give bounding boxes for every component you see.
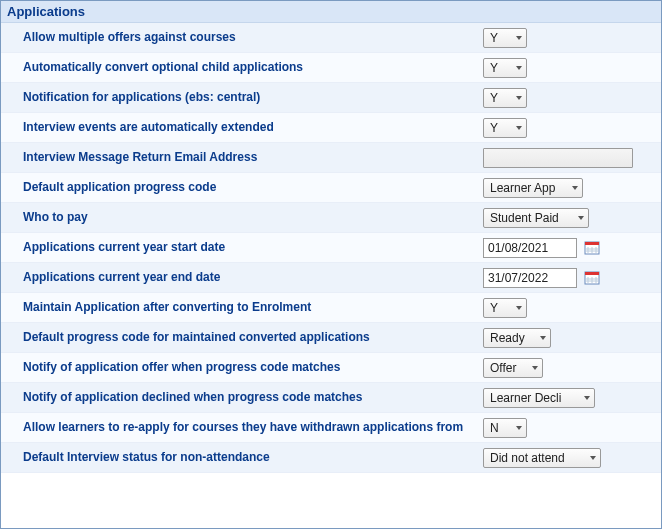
label-auto-convert-optional: Automatically convert optional child app… xyxy=(23,60,483,75)
chevron-down-icon xyxy=(516,96,522,100)
label-interview-return-email: Interview Message Return Email Address xyxy=(23,150,483,165)
panel-title: Applications xyxy=(1,1,661,23)
row-notify-declined-match: Notify of application declined when prog… xyxy=(1,383,661,413)
date-value: 01/08/2021 xyxy=(488,241,548,255)
label-year-start: Applications current year start date xyxy=(23,240,483,255)
label-allow-reapply-withdrawn: Allow learners to re-apply for courses t… xyxy=(23,420,483,435)
row-allow-multiple-offers: Allow multiple offers against courses Y xyxy=(1,23,661,53)
select-notify-declined-match[interactable]: Learner Decli xyxy=(483,388,595,408)
select-who-to-pay[interactable]: Student Paid xyxy=(483,208,589,228)
label-year-end: Applications current year end date xyxy=(23,270,483,285)
label-who-to-pay: Who to pay xyxy=(23,210,483,225)
chevron-down-icon xyxy=(532,366,538,370)
calendar-icon[interactable] xyxy=(583,269,601,287)
chevron-down-icon xyxy=(572,186,578,190)
row-interview-auto-extend: Interview events are automatically exten… xyxy=(1,113,661,143)
label-allow-multiple-offers: Allow multiple offers against courses xyxy=(23,30,483,45)
row-notify-offer-match: Notify of application offer when progres… xyxy=(1,353,661,383)
applications-panel: Applications Allow multiple offers again… xyxy=(0,0,662,529)
row-maintain-after-enrol: Maintain Application after converting to… xyxy=(1,293,661,323)
select-allow-multiple-offers[interactable]: Y xyxy=(483,28,527,48)
label-notify-offer-match: Notify of application offer when progres… xyxy=(23,360,483,375)
select-auto-convert-optional[interactable]: Y xyxy=(483,58,527,78)
chevron-down-icon xyxy=(516,426,522,430)
chevron-down-icon xyxy=(578,216,584,220)
label-notification-ebs: Notification for applications (ebs: cent… xyxy=(23,90,483,105)
select-value: Y xyxy=(490,121,498,135)
select-default-progress-code[interactable]: Learner App xyxy=(483,178,583,198)
select-value: Y xyxy=(490,301,498,315)
select-value: Did not attend xyxy=(490,451,565,465)
chevron-down-icon xyxy=(516,36,522,40)
label-default-interview-nonattend: Default Interview status for non-attenda… xyxy=(23,450,483,465)
row-notification-ebs: Notification for applications (ebs: cent… xyxy=(1,83,661,113)
row-allow-reapply-withdrawn: Allow learners to re-apply for courses t… xyxy=(1,413,661,443)
input-interview-return-email[interactable] xyxy=(483,148,633,168)
row-auto-convert-optional: Automatically convert optional child app… xyxy=(1,53,661,83)
calendar-icon[interactable] xyxy=(583,239,601,257)
label-interview-auto-extend: Interview events are automatically exten… xyxy=(23,120,483,135)
row-who-to-pay: Who to pay Student Paid xyxy=(1,203,661,233)
input-year-start[interactable]: 01/08/2021 xyxy=(483,238,577,258)
select-maintain-after-enrol[interactable]: Y xyxy=(483,298,527,318)
select-value: Learner Decli xyxy=(490,391,561,405)
label-default-maintained-code: Default progress code for maintained con… xyxy=(23,330,483,345)
select-value: N xyxy=(490,421,499,435)
select-value: Y xyxy=(490,61,498,75)
chevron-down-icon xyxy=(516,126,522,130)
settings-rows: Allow multiple offers against courses Y … xyxy=(1,23,661,473)
select-default-maintained-code[interactable]: Ready xyxy=(483,328,551,348)
select-value: Offer xyxy=(490,361,516,375)
row-interview-return-email: Interview Message Return Email Address xyxy=(1,143,661,173)
select-value: Student Paid xyxy=(490,211,559,225)
date-value: 31/07/2022 xyxy=(488,271,548,285)
select-notify-offer-match[interactable]: Offer xyxy=(483,358,543,378)
select-value: Y xyxy=(490,91,498,105)
select-value: Ready xyxy=(490,331,525,345)
label-maintain-after-enrol: Maintain Application after converting to… xyxy=(23,300,483,315)
chevron-down-icon xyxy=(516,306,522,310)
select-interview-auto-extend[interactable]: Y xyxy=(483,118,527,138)
row-default-interview-nonattend: Default Interview status for non-attenda… xyxy=(1,443,661,473)
svg-rect-8 xyxy=(585,272,599,275)
svg-rect-1 xyxy=(585,242,599,245)
label-default-progress-code: Default application progress code xyxy=(23,180,483,195)
row-year-end: Applications current year end date 31/07… xyxy=(1,263,661,293)
select-allow-reapply-withdrawn[interactable]: N xyxy=(483,418,527,438)
input-year-end[interactable]: 31/07/2022 xyxy=(483,268,577,288)
chevron-down-icon xyxy=(590,456,596,460)
label-notify-declined-match: Notify of application declined when prog… xyxy=(23,390,483,405)
select-value: Y xyxy=(490,31,498,45)
row-default-progress-code: Default application progress code Learne… xyxy=(1,173,661,203)
select-notification-ebs[interactable]: Y xyxy=(483,88,527,108)
chevron-down-icon xyxy=(540,336,546,340)
chevron-down-icon xyxy=(584,396,590,400)
select-value: Learner App xyxy=(490,181,555,195)
chevron-down-icon xyxy=(516,66,522,70)
row-year-start: Applications current year start date 01/… xyxy=(1,233,661,263)
row-default-maintained-code: Default progress code for maintained con… xyxy=(1,323,661,353)
select-default-interview-nonattend[interactable]: Did not attend xyxy=(483,448,601,468)
